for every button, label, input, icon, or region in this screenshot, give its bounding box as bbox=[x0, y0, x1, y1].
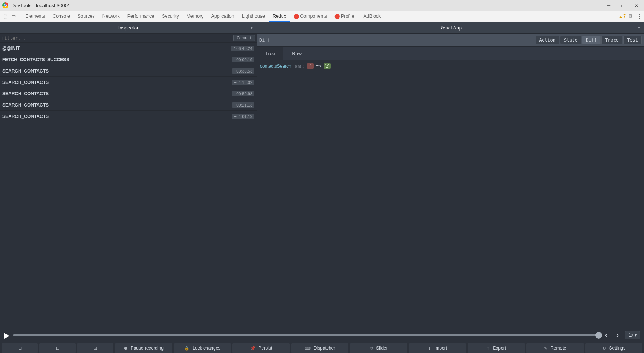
tab-adblock[interactable]: AdBlock bbox=[360, 11, 385, 22]
action-name: SEARCH_CONTACTS bbox=[2, 80, 232, 85]
kebab-icon[interactable]: ⋮ bbox=[635, 13, 644, 19]
view-trace-button[interactable]: Trace bbox=[601, 36, 622, 44]
close-icon[interactable]: ✕ bbox=[635, 2, 638, 8]
chrome-icon bbox=[2, 2, 8, 8]
persist-label: Persist bbox=[259, 345, 272, 351]
subtab-row: TreeRaw bbox=[257, 47, 644, 60]
action-name: FETCH_CONTACTS_SUCCESS bbox=[2, 57, 232, 62]
tab-sources[interactable]: Sources bbox=[74, 11, 99, 22]
tab-memory[interactable]: Memory bbox=[183, 11, 207, 22]
timeline: ▶ ‹ › 1x ▾ bbox=[0, 327, 644, 343]
speed-select[interactable]: 1x ▾ bbox=[625, 331, 640, 339]
import-icon: ⤓ bbox=[428, 346, 431, 351]
instance-header[interactable]: React App ▼ bbox=[257, 22, 644, 33]
slider-label: Slider bbox=[376, 345, 388, 351]
subtab-raw[interactable]: Raw bbox=[283, 47, 310, 60]
play-icon[interactable]: ▶ bbox=[4, 331, 9, 340]
timeline-track[interactable] bbox=[13, 334, 599, 336]
device-icon[interactable]: ▭ bbox=[9, 13, 18, 19]
action-list: @@INIT7:06:40.24FETCH_CONTACTS_SUCCESS+0… bbox=[0, 43, 257, 327]
pin-label[interactable]: (pin) bbox=[294, 64, 301, 68]
diff-added: 'z' bbox=[324, 63, 331, 69]
action-row[interactable]: FETCH_CONTACTS_SUCCESS+00:00.19 bbox=[0, 54, 257, 65]
diff-key: contactsSearch bbox=[260, 63, 291, 69]
redux-main: Commit @@INIT7:06:40.24FETCH_CONTACTS_SU… bbox=[0, 34, 644, 327]
import-button[interactable]: ⤓Import bbox=[409, 343, 466, 353]
slider-icon: ⟲ bbox=[370, 346, 373, 351]
settings-button[interactable]: ⚙Settings bbox=[585, 343, 643, 353]
tab-redux[interactable]: Redux bbox=[269, 11, 290, 22]
remote-icon: ⇅ bbox=[544, 346, 547, 351]
tab-security[interactable]: Security bbox=[158, 11, 183, 22]
inspect-icon[interactable]: ⬚ bbox=[0, 13, 9, 19]
dispatcher-icon: ⌨ bbox=[305, 346, 311, 351]
view-test-button[interactable]: Test bbox=[623, 36, 642, 44]
action-row[interactable]: SEARCH_CONTACTS+00:21.13 bbox=[0, 99, 257, 111]
settings-label: Settings bbox=[609, 345, 625, 351]
timeline-handle[interactable] bbox=[595, 332, 602, 339]
filter-row: Commit bbox=[0, 34, 257, 43]
view-state-button[interactable]: State bbox=[560, 36, 581, 44]
view-action-button[interactable]: Action bbox=[536, 36, 559, 44]
lock-changes-label: Lock changes bbox=[192, 345, 220, 351]
minimize-icon[interactable]: — bbox=[607, 2, 610, 8]
chevron-down-icon[interactable]: ▼ bbox=[637, 26, 641, 30]
titlebar: DevTools - localhost:3000/ — ☐ ✕ bbox=[0, 0, 644, 11]
tab-elements[interactable]: Elements bbox=[22, 11, 49, 22]
export-button[interactable]: ⤒Export bbox=[468, 343, 525, 353]
tab-lighthouse[interactable]: Lighthouse bbox=[238, 11, 269, 22]
persist-button[interactable]: 📌Persist bbox=[232, 343, 290, 353]
import-label: Import bbox=[434, 345, 447, 351]
dispatcher-label: Dispatcher bbox=[314, 345, 335, 351]
redux-panel-header: Inspector ▼ React App ▼ bbox=[0, 22, 644, 34]
lock-changes-icon: 🔒 bbox=[184, 346, 189, 351]
tab-performance[interactable]: Performance bbox=[124, 11, 158, 22]
action-time: +01:01.19 bbox=[232, 114, 254, 119]
pause-recording-button[interactable]: ⏺Pause recording bbox=[115, 343, 172, 353]
action-name: SEARCH_CONTACTS bbox=[2, 68, 232, 74]
maximize-icon[interactable]: ☐ bbox=[621, 2, 624, 8]
chevron-down-icon[interactable]: ▼ bbox=[250, 26, 254, 30]
lock-changes-button[interactable]: 🔒Lock changes bbox=[174, 343, 231, 353]
diff-body: contactsSearch (pin): '' => 'z' bbox=[257, 60, 644, 327]
panel-right-button[interactable]: ⊡ bbox=[77, 343, 113, 353]
remote-label: Remote bbox=[550, 345, 566, 351]
action-row[interactable]: SEARCH_CONTACTS+01:01.19 bbox=[0, 111, 257, 122]
action-name: @@INIT bbox=[2, 46, 231, 51]
export-icon: ⤒ bbox=[486, 346, 490, 351]
remote-button[interactable]: ⇅Remote bbox=[526, 343, 584, 353]
commit-button[interactable]: Commit bbox=[233, 35, 255, 41]
action-name: SEARCH_CONTACTS bbox=[2, 102, 232, 108]
pause-recording-label: Pause recording bbox=[131, 345, 164, 351]
step-back-icon[interactable]: ‹ bbox=[602, 331, 610, 339]
action-time: +00:00.19 bbox=[232, 57, 254, 62]
export-label: Export bbox=[493, 345, 506, 351]
view-diff-button[interactable]: Diff bbox=[582, 36, 601, 44]
inspector-header[interactable]: Inspector ▼ bbox=[0, 22, 257, 33]
devtools-tabstrip: ⬚ ▭ Elements Console Sources Network Per… bbox=[0, 11, 644, 22]
action-time: +00:50.98 bbox=[232, 91, 254, 96]
dispatcher-button[interactable]: ⌨Dispatcher bbox=[291, 343, 349, 353]
action-row[interactable]: @@INIT7:06:40.24 bbox=[0, 43, 257, 54]
diff-removed: '' bbox=[307, 63, 314, 69]
action-row[interactable]: SEARCH_CONTACTS+00:50.98 bbox=[0, 88, 257, 99]
detail-pane: Diff ActionStateDiffTraceTest TreeRaw co… bbox=[257, 34, 644, 327]
panel-left-button[interactable]: ⊞ bbox=[2, 343, 38, 353]
warning-count[interactable]: 7 bbox=[619, 14, 626, 19]
action-row[interactable]: SEARCH_CONTACTS+01:16.02 bbox=[0, 77, 257, 88]
tab-components[interactable]: ⬤Components bbox=[290, 11, 331, 22]
tab-network[interactable]: Network bbox=[99, 11, 124, 22]
tab-console[interactable]: Console bbox=[49, 11, 74, 22]
action-row[interactable]: SEARCH_CONTACTS+03:36.53 bbox=[0, 65, 257, 77]
filter-input[interactable] bbox=[0, 36, 233, 41]
action-time: +01:16.02 bbox=[232, 80, 254, 85]
slider-button[interactable]: ⟲Slider bbox=[350, 343, 407, 353]
gear-icon[interactable]: ⚙ bbox=[626, 13, 635, 19]
step-forward-icon[interactable]: › bbox=[614, 331, 621, 339]
panel-bottom-button[interactable]: ⊟ bbox=[39, 343, 76, 353]
tab-profiler[interactable]: ⬤Profiler bbox=[331, 11, 360, 22]
window-title: DevTools - localhost:3000/ bbox=[11, 3, 69, 8]
subtab-tree[interactable]: Tree bbox=[257, 47, 283, 60]
tab-application[interactable]: Application bbox=[207, 11, 238, 22]
action-name: SEARCH_CONTACTS bbox=[2, 114, 232, 119]
